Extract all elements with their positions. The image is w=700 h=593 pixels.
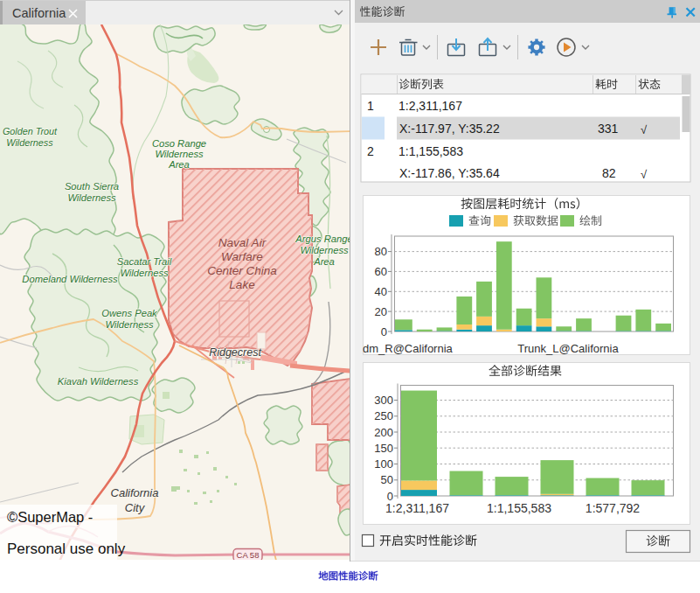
svg-text:100: 100 [374,457,393,471]
svg-text:X:-117.86, Y:35.64: X:-117.86, Y:35.64 [399,166,500,180]
svg-text:Kiavah Wilderness: Kiavah Wilderness [58,376,139,387]
svg-text:Personal use only: Personal use only [7,541,126,557]
svg-text:300: 300 [374,394,393,407]
svg-text:©SuperMap -: ©SuperMap - [7,509,93,525]
svg-text:1:577,792: 1:577,792 [586,501,640,515]
svg-text:1:2,311,167: 1:2,311,167 [385,501,449,515]
svg-text:Owens Peak: Owens Peak [101,308,158,318]
svg-text:Wilderness: Wilderness [67,192,116,203]
svg-text:California: California [111,486,159,499]
svg-text:Sacatar Trail: Sacatar Trail [117,256,172,267]
svg-text:Wilderness: Wilderness [300,245,349,255]
svg-text:Lake: Lake [229,278,254,291]
svg-text:80: 80 [375,245,387,258]
svg-text:Area: Area [168,159,190,170]
svg-text:X:-117.97, Y:35.22: X:-117.97, Y:35.22 [399,122,500,136]
svg-text:dm_R@California: dm_R@California [363,342,454,355]
svg-text:Wilderness: Wilderness [6,137,53,148]
svg-text:Area: Area [313,256,335,267]
svg-text:200: 200 [374,426,393,439]
svg-text:1:1,155,583: 1:1,155,583 [399,144,463,158]
svg-text:Center China: Center China [207,264,277,277]
svg-text:Wilderness: Wilderness [120,268,169,278]
svg-text:0: 0 [381,325,387,338]
svg-text:California: California [12,6,66,20]
svg-text:1:2,311,167: 1:2,311,167 [399,99,462,113]
svg-text:2: 2 [367,144,374,158]
svg-text:250: 250 [374,409,393,422]
svg-text:1:1,155,583: 1:1,155,583 [487,501,551,515]
svg-text:Ridgecrest: Ridgecrest [209,346,261,359]
svg-text:331: 331 [598,122,619,136]
svg-text:CA 58: CA 58 [237,550,260,560]
svg-text:Argus Range: Argus Range [295,234,352,244]
svg-text:40: 40 [375,285,387,298]
svg-text:Coso Range: Coso Range [152,138,206,149]
svg-text:√: √ [641,123,648,136]
svg-text:South Sierra: South Sierra [65,181,119,192]
svg-text:150: 150 [374,442,393,455]
svg-text:82: 82 [602,166,616,180]
svg-text:60: 60 [375,265,387,278]
svg-text:√: √ [641,168,648,181]
svg-text:Golden Trout: Golden Trout [3,126,58,136]
svg-text:1: 1 [367,99,374,113]
svg-text:City: City [125,501,146,514]
svg-text:Wilderness: Wilderness [155,149,204,159]
svg-text:Naval Air: Naval Air [218,236,267,249]
svg-text:Warfare: Warfare [221,250,263,263]
svg-text:Trunk_L@California: Trunk_L@California [517,342,619,355]
svg-text:50: 50 [381,473,393,486]
svg-text:Wilderness: Wilderness [105,319,154,330]
svg-text:20: 20 [375,305,387,318]
svg-text:Domeland Wilderness: Domeland Wilderness [22,274,118,284]
